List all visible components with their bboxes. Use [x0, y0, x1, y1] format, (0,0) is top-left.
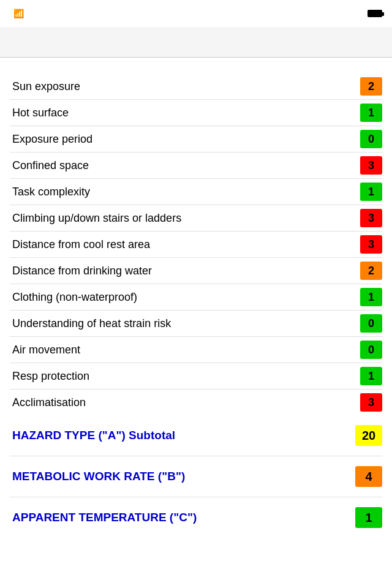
detail-label: Resp protection — [12, 370, 360, 383]
content-area: Sun exposure 2 Hot surface 1 Exposure pe… — [0, 58, 392, 550]
score-badge: 3 — [360, 393, 382, 412]
score-badge: 0 — [360, 314, 382, 333]
detail-label: Understanding of heat strain risk — [12, 317, 360, 330]
detail-label: Confined space — [12, 159, 360, 172]
score-badge: 2 — [360, 262, 382, 280]
subtotal-badge: 1 — [355, 507, 382, 528]
detail-label: Air movement — [12, 344, 360, 356]
table-row: Hot surface 1 — [0, 100, 392, 126]
detail-label: Hot surface — [12, 107, 360, 119]
detail-label: Distance from cool rest area — [12, 238, 360, 251]
detail-label: Distance from drinking water — [12, 265, 360, 277]
table-row: Distance from drinking water 2 — [0, 258, 392, 284]
detail-label: Exposure period — [12, 133, 360, 146]
nav-bar — [0, 27, 392, 58]
subtotal-badge: 20 — [355, 425, 382, 446]
wifi-icon: 📶 — [13, 9, 24, 18]
detail-label: Sun exposure — [12, 80, 360, 93]
subtotal-row: APPARENT TEMPERATURE ("C") 1 — [0, 497, 392, 538]
score-badge: 1 — [360, 104, 382, 122]
score-badge: 0 — [360, 130, 382, 148]
table-row: Exposure period 0 — [0, 126, 392, 152]
table-row: Sun exposure 2 — [0, 74, 392, 99]
table-row: Task complexity 1 — [0, 179, 392, 205]
subtotal-badge: 4 — [355, 466, 382, 487]
subtotal-label: HAZARD TYPE ("A") Subtotal — [12, 429, 355, 442]
detail-label: Task complexity — [12, 186, 360, 198]
score-badge: 0 — [360, 341, 382, 359]
detail-label: Clothing (non-waterproof) — [12, 291, 360, 304]
table-row: Air movement 0 — [0, 337, 392, 363]
detail-label: Acclimatisation — [12, 396, 360, 409]
status-left: 📶 — [10, 9, 24, 18]
battery-icon — [368, 10, 382, 17]
score-badge: 1 — [360, 288, 382, 306]
subtotal-row: METABOLIC WORK RATE ("B") 4 — [0, 456, 392, 497]
score-badge: 1 — [360, 367, 382, 385]
section-title-details — [0, 64, 392, 74]
subtotal-label: METABOLIC WORK RATE ("B") — [12, 470, 355, 483]
subtotal-row: HAZARD TYPE ("A") Subtotal 20 — [0, 415, 392, 456]
subtotal-label: APPARENT TEMPERATURE ("C") — [12, 511, 355, 524]
score-badge: 3 — [360, 235, 382, 254]
detail-label: Climbing up/down stairs or ladders — [12, 212, 360, 225]
table-row: Resp protection 1 — [0, 363, 392, 389]
score-badge: 2 — [360, 77, 382, 96]
score-badge: 3 — [360, 156, 382, 175]
table-row: Acclimatisation 3 — [0, 390, 392, 415]
table-row: Confined space 3 — [0, 153, 392, 178]
table-row: Climbing up/down stairs or ladders 3 — [0, 205, 392, 231]
table-row: Distance from cool rest area 3 — [0, 232, 392, 257]
table-row: Understanding of heat strain risk 0 — [0, 311, 392, 336]
score-badge: 3 — [360, 209, 382, 227]
status-bar: 📶 — [0, 0, 392, 27]
table-row: Clothing (non-waterproof) 1 — [0, 284, 392, 310]
score-badge: 1 — [360, 183, 382, 201]
details-list: Sun exposure 2 Hot surface 1 Exposure pe… — [0, 74, 392, 415]
subtotals-list: HAZARD TYPE ("A") Subtotal 20 METABOLIC … — [0, 415, 392, 538]
